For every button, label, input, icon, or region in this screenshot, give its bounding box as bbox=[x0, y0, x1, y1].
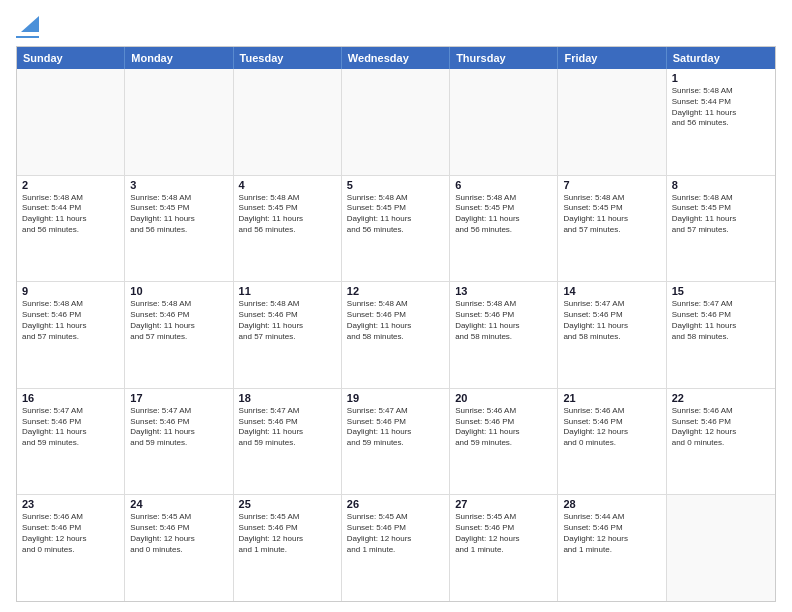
cal-cell-4-7: 22Sunrise: 5:46 AMSunset: 5:46 PMDayligh… bbox=[667, 389, 775, 495]
cell-info: Sunrise: 5:46 AM bbox=[455, 406, 552, 417]
cell-info: Daylight: 12 hours bbox=[672, 427, 770, 438]
cal-cell-1-4 bbox=[342, 69, 450, 175]
cell-info: Sunset: 5:45 PM bbox=[563, 203, 660, 214]
cal-cell-3-7: 15Sunrise: 5:47 AMSunset: 5:46 PMDayligh… bbox=[667, 282, 775, 388]
cal-cell-4-4: 19Sunrise: 5:47 AMSunset: 5:46 PMDayligh… bbox=[342, 389, 450, 495]
cell-info: Sunrise: 5:48 AM bbox=[130, 299, 227, 310]
day-number: 1 bbox=[672, 72, 770, 84]
cell-info: Sunrise: 5:44 AM bbox=[563, 512, 660, 523]
cal-cell-5-1: 23Sunrise: 5:46 AMSunset: 5:46 PMDayligh… bbox=[17, 495, 125, 601]
cell-info: and 58 minutes. bbox=[455, 332, 552, 343]
cal-cell-1-7: 1Sunrise: 5:48 AMSunset: 5:44 PMDaylight… bbox=[667, 69, 775, 175]
day-number: 19 bbox=[347, 392, 444, 404]
calendar-body: 1Sunrise: 5:48 AMSunset: 5:44 PMDaylight… bbox=[17, 69, 775, 601]
cal-cell-5-2: 24Sunrise: 5:45 AMSunset: 5:46 PMDayligh… bbox=[125, 495, 233, 601]
header-thursday: Thursday bbox=[450, 47, 558, 69]
cal-cell-5-5: 27Sunrise: 5:45 AMSunset: 5:46 PMDayligh… bbox=[450, 495, 558, 601]
cal-cell-4-6: 21Sunrise: 5:46 AMSunset: 5:46 PMDayligh… bbox=[558, 389, 666, 495]
cal-cell-5-3: 25Sunrise: 5:45 AMSunset: 5:46 PMDayligh… bbox=[234, 495, 342, 601]
day-number: 12 bbox=[347, 285, 444, 297]
cal-cell-2-1: 2Sunrise: 5:48 AMSunset: 5:44 PMDaylight… bbox=[17, 176, 125, 282]
cell-info: and 0 minutes. bbox=[130, 545, 227, 556]
cal-cell-1-3 bbox=[234, 69, 342, 175]
day-number: 21 bbox=[563, 392, 660, 404]
cell-info: Daylight: 11 hours bbox=[239, 427, 336, 438]
cal-cell-1-5 bbox=[450, 69, 558, 175]
logo-icon bbox=[21, 16, 39, 32]
day-number: 25 bbox=[239, 498, 336, 510]
cell-info: and 56 minutes. bbox=[130, 225, 227, 236]
cell-info: Sunrise: 5:46 AM bbox=[672, 406, 770, 417]
cell-info: Sunset: 5:46 PM bbox=[130, 310, 227, 321]
cell-info: and 57 minutes. bbox=[22, 332, 119, 343]
cell-info: and 57 minutes. bbox=[563, 225, 660, 236]
cell-info: Sunset: 5:45 PM bbox=[347, 203, 444, 214]
cell-info: and 59 minutes. bbox=[347, 438, 444, 449]
cell-info: and 58 minutes. bbox=[563, 332, 660, 343]
calendar-row-5: 23Sunrise: 5:46 AMSunset: 5:46 PMDayligh… bbox=[17, 495, 775, 601]
cell-info: Daylight: 11 hours bbox=[672, 321, 770, 332]
header bbox=[16, 16, 776, 38]
cell-info: Sunset: 5:46 PM bbox=[239, 417, 336, 428]
cell-info: and 0 minutes. bbox=[563, 438, 660, 449]
cell-info: Sunset: 5:46 PM bbox=[130, 523, 227, 534]
cell-info: and 57 minutes. bbox=[672, 225, 770, 236]
cell-info: Sunset: 5:46 PM bbox=[563, 523, 660, 534]
cell-info: and 59 minutes. bbox=[130, 438, 227, 449]
cell-info: Sunrise: 5:47 AM bbox=[130, 406, 227, 417]
cell-info: Sunset: 5:45 PM bbox=[672, 203, 770, 214]
svg-marker-0 bbox=[21, 16, 39, 32]
day-number: 27 bbox=[455, 498, 552, 510]
day-number: 11 bbox=[239, 285, 336, 297]
cell-info: Sunset: 5:46 PM bbox=[347, 417, 444, 428]
cell-info: Sunrise: 5:47 AM bbox=[563, 299, 660, 310]
cell-info: Daylight: 11 hours bbox=[22, 321, 119, 332]
day-number: 6 bbox=[455, 179, 552, 191]
day-number: 3 bbox=[130, 179, 227, 191]
cell-info: Sunset: 5:45 PM bbox=[239, 203, 336, 214]
cell-info: Sunset: 5:46 PM bbox=[455, 523, 552, 534]
cell-info: Sunset: 5:45 PM bbox=[455, 203, 552, 214]
cell-info: Sunrise: 5:46 AM bbox=[563, 406, 660, 417]
cell-info: and 56 minutes. bbox=[672, 118, 770, 129]
day-number: 2 bbox=[22, 179, 119, 191]
cal-cell-2-2: 3Sunrise: 5:48 AMSunset: 5:45 PMDaylight… bbox=[125, 176, 233, 282]
cell-info: and 59 minutes. bbox=[22, 438, 119, 449]
day-number: 8 bbox=[672, 179, 770, 191]
day-number: 17 bbox=[130, 392, 227, 404]
cell-info: Sunrise: 5:48 AM bbox=[22, 299, 119, 310]
cell-info: and 58 minutes. bbox=[672, 332, 770, 343]
cal-cell-2-5: 6Sunrise: 5:48 AMSunset: 5:45 PMDaylight… bbox=[450, 176, 558, 282]
cell-info: and 0 minutes. bbox=[672, 438, 770, 449]
cell-info: and 59 minutes. bbox=[239, 438, 336, 449]
day-number: 28 bbox=[563, 498, 660, 510]
calendar: Sunday Monday Tuesday Wednesday Thursday… bbox=[16, 46, 776, 602]
cell-info: Daylight: 11 hours bbox=[22, 214, 119, 225]
cell-info: Sunset: 5:46 PM bbox=[22, 417, 119, 428]
cell-info: Sunrise: 5:48 AM bbox=[455, 299, 552, 310]
cell-info: Daylight: 11 hours bbox=[239, 214, 336, 225]
cell-info: Daylight: 11 hours bbox=[347, 321, 444, 332]
cal-cell-3-4: 12Sunrise: 5:48 AMSunset: 5:46 PMDayligh… bbox=[342, 282, 450, 388]
cell-info: and 56 minutes. bbox=[22, 225, 119, 236]
cell-info: Sunset: 5:46 PM bbox=[347, 523, 444, 534]
cell-info: Daylight: 11 hours bbox=[455, 427, 552, 438]
day-number: 16 bbox=[22, 392, 119, 404]
cell-info: and 1 minute. bbox=[563, 545, 660, 556]
logo-underline bbox=[16, 36, 39, 38]
cell-info: and 58 minutes. bbox=[347, 332, 444, 343]
cell-info: Sunrise: 5:45 AM bbox=[347, 512, 444, 523]
cell-info: Sunset: 5:46 PM bbox=[563, 310, 660, 321]
header-sunday: Sunday bbox=[17, 47, 125, 69]
cell-info: Sunset: 5:46 PM bbox=[672, 417, 770, 428]
cell-info: and 57 minutes. bbox=[239, 332, 336, 343]
day-number: 7 bbox=[563, 179, 660, 191]
cell-info: Sunset: 5:46 PM bbox=[563, 417, 660, 428]
cal-cell-3-2: 10Sunrise: 5:48 AMSunset: 5:46 PMDayligh… bbox=[125, 282, 233, 388]
day-number: 15 bbox=[672, 285, 770, 297]
cal-cell-1-2 bbox=[125, 69, 233, 175]
day-number: 26 bbox=[347, 498, 444, 510]
cal-cell-5-6: 28Sunrise: 5:44 AMSunset: 5:46 PMDayligh… bbox=[558, 495, 666, 601]
cell-info: Sunset: 5:46 PM bbox=[239, 310, 336, 321]
cell-info: Sunrise: 5:47 AM bbox=[672, 299, 770, 310]
